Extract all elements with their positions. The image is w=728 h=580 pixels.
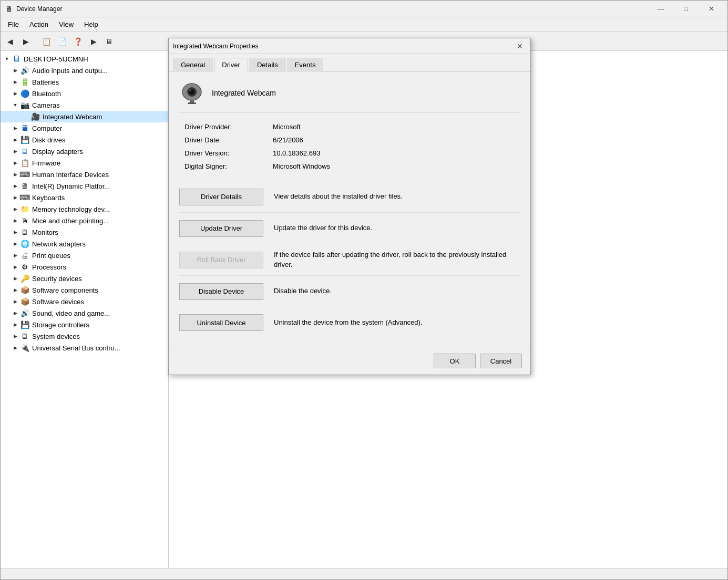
signer-label: Digital Signer:: [184, 162, 269, 170]
label-intel: Intel(R) Dynamic Platfor...: [32, 182, 110, 190]
tree-item-bluetooth[interactable]: ▶ 🔵 Bluetooth: [1, 88, 168, 99]
arrow-usb: ▶: [11, 344, 19, 352]
label-audio: Audio inputs and outpu...: [32, 67, 108, 75]
tab-general[interactable]: General: [173, 58, 213, 72]
tree-item-audio[interactable]: ▶ 🔊 Audio inputs and outpu...: [1, 65, 168, 76]
label-cameras: Cameras: [32, 101, 60, 109]
uninstall-device-button[interactable]: Uninstall Device: [179, 314, 263, 331]
icon-computer: 🖥: [19, 123, 30, 133]
label-memory: Memory technology dev...: [32, 205, 110, 213]
update-driver-button[interactable]: Update Driver: [179, 220, 263, 237]
tree-item-memory[interactable]: ▶ 📁 Memory technology dev...: [1, 203, 168, 215]
arrow-cameras: ▼: [11, 101, 19, 109]
dialog-body: Integrated Webcam Driver Provider: Micro…: [169, 72, 530, 347]
tree-item-processors[interactable]: ▶ ⚙ Processors: [1, 261, 168, 273]
disable-device-button[interactable]: Disable Device: [179, 283, 263, 300]
tree-panel: ▼ 🖥 DESKTOP-5IJCMNH ▶ 🔊 Audio inputs and…: [1, 51, 169, 568]
update-driver-desc: Update the driver for this device.: [274, 223, 372, 233]
label-softcomp: Software components: [32, 286, 98, 294]
tree-item-cameras[interactable]: ▼ 📷 Cameras: [1, 99, 168, 111]
driver-details-button[interactable]: Driver Details: [179, 189, 263, 205]
icon-cameras: 📷: [19, 100, 30, 110]
close-button[interactable]: ✕: [699, 1, 723, 17]
tree-item-print[interactable]: ▶ 🖨 Print queues: [1, 250, 168, 261]
driver-details-row: Driver Details View details about the in…: [179, 181, 520, 212]
tree-item-monitors[interactable]: ▶ 🖥 Monitors: [1, 226, 168, 238]
icon-network: 🌐: [19, 239, 30, 248]
arrow-computer: ▶: [11, 124, 19, 132]
tree-item-storage[interactable]: ▶ 💾 Storage controllers: [1, 319, 168, 330]
root-label: DESKTOP-5IJCMNH: [24, 55, 88, 63]
ok-button[interactable]: OK: [434, 354, 476, 368]
label-firmware: Firmware: [32, 159, 60, 167]
label-sound: Sound, video and game...: [32, 309, 110, 317]
icon-hid: ⌨: [19, 170, 30, 179]
device-icon: [179, 80, 204, 106]
label-batteries: Batteries: [32, 78, 59, 86]
tab-details[interactable]: Details: [249, 58, 286, 72]
title-bar-controls: — □ ✕: [649, 1, 723, 17]
maximize-button[interactable]: □: [674, 1, 698, 17]
tree-item-display[interactable]: ▶ 🖥 Display adapters: [1, 146, 168, 157]
toolbar-help[interactable]: ❓: [70, 34, 85, 49]
tree-item-webcam[interactable]: ▶ 🎥 Integrated Webcam: [1, 111, 168, 122]
menu-file[interactable]: File: [3, 18, 24, 30]
tree-item-firmware[interactable]: ▶ 📋 Firmware: [1, 157, 168, 169]
tree-item-mice[interactable]: ▶ 🖱 Mice and other pointing...: [1, 215, 168, 226]
tree-item-computer[interactable]: ▶ 🖥 Computer: [1, 122, 168, 134]
tree-item-batteries[interactable]: ▶ 🔋 Batteries: [1, 76, 168, 88]
icon-batteries: 🔋: [19, 77, 30, 87]
tree-item-keyboard[interactable]: ▶ ⌨ Keyboards: [1, 192, 168, 203]
arrow-display: ▶: [11, 147, 19, 156]
tab-events[interactable]: Events: [287, 58, 324, 72]
toolbar-icon4[interactable]: ▶: [86, 34, 101, 49]
arrow-network: ▶: [11, 240, 19, 248]
rollback-driver-button[interactable]: Roll Back Driver: [179, 252, 263, 268]
icon-display: 🖥: [19, 147, 30, 156]
menu-help[interactable]: Help: [79, 18, 104, 30]
dialog-tabs: General Driver Details Events: [169, 54, 530, 72]
arrow-disk: ▶: [11, 136, 19, 144]
toolbar-icon1[interactable]: 📋: [39, 34, 54, 49]
tree-root[interactable]: ▼ 🖥 DESKTOP-5IJCMNH: [1, 53, 168, 65]
menu-view[interactable]: View: [54, 18, 79, 30]
toolbar-icon2[interactable]: 📄: [55, 34, 69, 49]
root-icon: 🖥: [11, 54, 22, 64]
cancel-button[interactable]: Cancel: [480, 354, 522, 368]
tree-item-network[interactable]: ▶ 🌐 Network adapters: [1, 238, 168, 250]
tree-item-sound[interactable]: ▶ 🔊 Sound, video and game...: [1, 307, 168, 319]
arrow-sound: ▶: [11, 309, 19, 317]
icon-audio: 🔊: [19, 66, 30, 75]
arrow-print: ▶: [11, 251, 19, 260]
tree-item-softdev[interactable]: ▶ 📦 Software devices: [1, 296, 168, 307]
menu-bar: File Action View Help: [1, 17, 727, 32]
tree-item-softcomp[interactable]: ▶ 📦 Software components: [1, 284, 168, 296]
dialog-close-button[interactable]: ✕: [514, 40, 526, 53]
icon-security: 🔑: [19, 274, 30, 283]
menu-action[interactable]: Action: [24, 18, 54, 30]
driver-info: Driver Provider: Microsoft Driver Date: …: [184, 123, 520, 170]
toolbar-forward[interactable]: ▶: [18, 34, 33, 49]
arrow-softcomp: ▶: [11, 286, 19, 294]
toolbar-back[interactable]: ◀: [3, 34, 17, 49]
tree-item-system[interactable]: ▶ 🖥 System devices: [1, 330, 168, 342]
icon-bluetooth: 🔵: [19, 89, 30, 98]
arrow-processors: ▶: [11, 263, 19, 271]
label-processors: Processors: [32, 263, 66, 271]
tree-item-usb[interactable]: ▶ 🔌 Universal Serial Bus contro...: [1, 342, 168, 354]
label-monitors: Monitors: [32, 229, 58, 236]
app-icon: 🖥: [5, 5, 13, 13]
arrow-hid: ▶: [11, 170, 19, 179]
update-driver-row: Update Driver Update the driver for this…: [179, 212, 520, 244]
tree-item-intel[interactable]: ▶ 🖥 Intel(R) Dynamic Platfor...: [1, 180, 168, 192]
toolbar-monitor[interactable]: 🖥: [102, 34, 117, 49]
svg-rect-5: [188, 102, 196, 104]
tree-item-disk[interactable]: ▶ 💾 Disk drives: [1, 134, 168, 146]
tree-item-security[interactable]: ▶ 🔑 Security devices: [1, 273, 168, 284]
tree-item-hid[interactable]: ▶ ⌨ Human Interface Devices: [1, 169, 168, 180]
tab-driver[interactable]: Driver: [214, 58, 248, 72]
minimize-button[interactable]: —: [649, 1, 673, 17]
icon-webcam: 🎥: [30, 112, 40, 121]
disable-device-row: Disable Device Disable the device.: [179, 275, 520, 307]
arrow-firmware: ▶: [11, 159, 19, 167]
